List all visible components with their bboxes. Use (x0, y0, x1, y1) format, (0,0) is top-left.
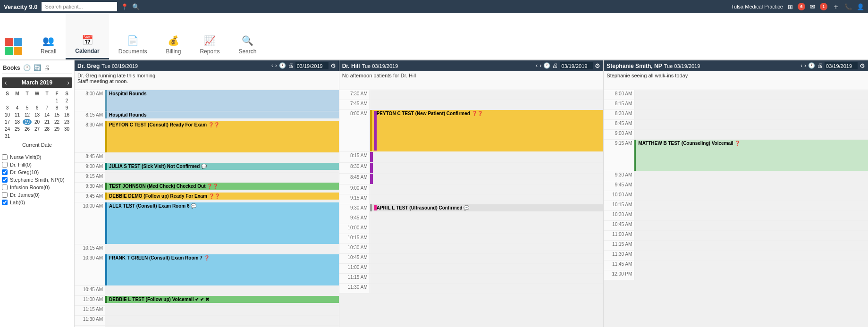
calendar-day[interactable]: 20 (33, 119, 42, 125)
provider-checkbox-greg[interactable] (2, 169, 8, 175)
calendar-day[interactable]: 24 (3, 126, 12, 132)
calendar-day[interactable]: 21 (42, 119, 51, 125)
tab-calendar[interactable]: 📅 Calendar (66, 13, 109, 59)
calendar-day[interactable]: 13 (33, 112, 42, 118)
tab-search[interactable]: 🔍 Search (229, 13, 266, 59)
next-day-btn-stephanie[interactable]: › (804, 62, 806, 69)
next-month-button[interactable]: › (67, 79, 69, 86)
calendar-day[interactable]: 19 (23, 119, 32, 125)
provider-checkbox-hill[interactable] (2, 162, 8, 168)
calendar-day[interactable]: 9 (62, 105, 71, 111)
calendar-day[interactable]: 22 (52, 119, 61, 125)
calendar-day[interactable]: 26 (23, 126, 32, 132)
calendar-day[interactable]: 3 (3, 105, 12, 111)
provider-item-greg[interactable]: Dr. Greg(10) (2, 168, 72, 176)
calendar-day[interactable]: 10 (3, 112, 12, 118)
provider-item-james[interactable]: Dr. James(0) (2, 191, 72, 199)
time-label: 11:15 AM (604, 241, 634, 250)
provider-checkbox-infusion[interactable] (2, 184, 8, 190)
settings-btn-stephanie[interactable]: ⚙ (860, 62, 865, 69)
calendar-day[interactable]: 6 (33, 105, 42, 111)
provider-checkbox-james[interactable] (2, 192, 8, 198)
calendar-day[interactable]: 12 (23, 112, 32, 118)
next-day-btn-dr-hill[interactable]: › (539, 62, 541, 69)
tab-reports[interactable]: 📈 Reports (190, 13, 229, 59)
user-icon[interactable]: 👤 (857, 3, 864, 10)
calendar-day[interactable]: 15 (52, 112, 61, 118)
calendar-day[interactable]: 17 (3, 119, 12, 125)
prev-day-btn-dr-greg[interactable]: ‹ (271, 62, 273, 69)
provider-item-nurse[interactable]: Nurse Visit(0) (2, 153, 72, 161)
calendar-day[interactable]: 14 (42, 112, 51, 118)
appointment[interactable]: DEBBIE L TEST (Follow up) Voicemail ✔ ✔ … (105, 296, 339, 303)
next-day-btn-dr-greg[interactable]: › (275, 62, 277, 69)
provider-item-infusion[interactable]: Infusion Room(0) (2, 184, 72, 191)
calendar-day[interactable]: 8 (52, 105, 61, 111)
calendar-day[interactable]: 4 (13, 105, 22, 111)
print-btn-dr-greg[interactable]: 🖨 (288, 62, 294, 69)
clock-icon[interactable]: 🕐 (23, 64, 31, 71)
provider-item-hill[interactable]: Dr. Hill(0) (2, 161, 72, 168)
calendar-day[interactable]: 5 (23, 105, 32, 111)
provider-item-stephanie[interactable]: Stephanie Smith, NP(0) (2, 176, 72, 184)
print-btn-dr-hill[interactable]: 🖨 (552, 62, 558, 69)
clock-btn-dr-hill[interactable]: 🕐 (543, 62, 550, 69)
calendar-day[interactable]: 18 (13, 119, 22, 125)
prev-month-button[interactable]: ‹ (5, 79, 7, 86)
appointment[interactable]: Hospital Rounds (105, 111, 339, 118)
appointment[interactable]: JULIA S TEST (Sick Visit) Not Confirmed … (105, 163, 339, 170)
plus-icon[interactable]: ＋ (832, 2, 840, 12)
calendar-day[interactable]: 11 (13, 112, 22, 118)
tab-billing[interactable]: 💰 Billing (156, 13, 190, 59)
prev-day-btn-stephanie[interactable]: ‹ (801, 62, 802, 69)
calendar-day[interactable]: 2 (62, 98, 71, 104)
calendar-day[interactable]: 23 (62, 119, 71, 125)
calendar-day[interactable]: 25 (13, 126, 22, 132)
appointment[interactable]: TEST JOHNSON (Med Check) Checked Out ❓❓ (105, 183, 339, 190)
time-cell (105, 153, 339, 162)
calendar-day[interactable]: 16 (62, 112, 71, 118)
provider-checkbox-lab[interactable] (2, 200, 8, 205)
appointment[interactable]: PEYTON C TEST (Consult) Ready For Exam ❓… (105, 121, 339, 152)
provider-checkbox-stephanie[interactable] (2, 177, 8, 183)
calendar-day[interactable]: 30 (62, 126, 71, 132)
appointment[interactable]: Hospital Rounds (105, 90, 339, 111)
calendar-day[interactable]: 1 (52, 98, 61, 104)
notification-badge-1[interactable]: 6 (798, 3, 805, 10)
grid-icon[interactable]: ⊞ (788, 3, 793, 10)
clock-btn-stephanie[interactable]: 🕐 (808, 62, 815, 69)
tab-recall[interactable]: 👥 Recall (31, 13, 66, 59)
print-btn-stephanie[interactable]: 🖨 (817, 62, 823, 69)
print-icon-sidebar[interactable]: 🖨 (44, 64, 50, 71)
settings-btn-dr-greg[interactable]: ⚙ (330, 62, 336, 69)
time-row: 7:45 AM (339, 100, 604, 110)
appointment[interactable]: MATTHEW B TEST (Counseling) Voicemail ❓ (634, 140, 868, 171)
appointment[interactable]: DEBBIE DEMO (Follow up) Ready For Exam ❓… (105, 193, 339, 200)
tab-documents[interactable]: 📄 Documents (109, 13, 157, 59)
patient-search-input[interactable] (42, 2, 117, 11)
panel-date-input-dr-hill[interactable] (560, 62, 593, 69)
provider-checkbox-nurse[interactable] (2, 154, 8, 160)
provider-item-lab[interactable]: Lab(0) (2, 199, 72, 206)
location-icon[interactable]: 📍 (121, 3, 128, 10)
calendar-day[interactable]: 7 (42, 105, 51, 111)
clock-btn-dr-greg[interactable]: 🕐 (279, 62, 286, 69)
panel-date-input-dr-greg[interactable] (295, 62, 329, 69)
calendar-day[interactable]: 28 (42, 126, 51, 132)
refresh-icon[interactable]: 🔄 (34, 64, 41, 71)
mail-icon[interactable]: ✉ (810, 3, 815, 10)
settings-btn-dr-hill[interactable]: ⚙ (595, 62, 600, 69)
calendar-day[interactable]: 31 (3, 133, 12, 139)
time-cell: Hospital Rounds (105, 111, 339, 121)
calendar-day[interactable]: 29 (52, 126, 61, 132)
appointment[interactable]: APRIL L TEST (Ultrasound) Confirmed 💬 (370, 204, 604, 211)
calendar-day[interactable]: 27 (33, 126, 42, 132)
appointment[interactable]: FRANK T GREEN (Consult) Exam Room 7 ❓ (105, 254, 339, 285)
panel-date-input-stephanie[interactable] (825, 62, 858, 69)
appointment[interactable]: ALEX TEST (Consult) Exam Room 6 💬 (105, 202, 339, 244)
notification-badge-2[interactable]: 1 (820, 3, 827, 10)
prev-day-btn-dr-hill[interactable]: ‹ (536, 62, 538, 69)
phone-icon[interactable]: 📞 (844, 3, 852, 10)
appointment[interactable]: PEYTON C TEST (New Patient) Confirmed ❓❓ (370, 110, 604, 151)
search-icon-top[interactable]: 🔍 (132, 3, 140, 10)
